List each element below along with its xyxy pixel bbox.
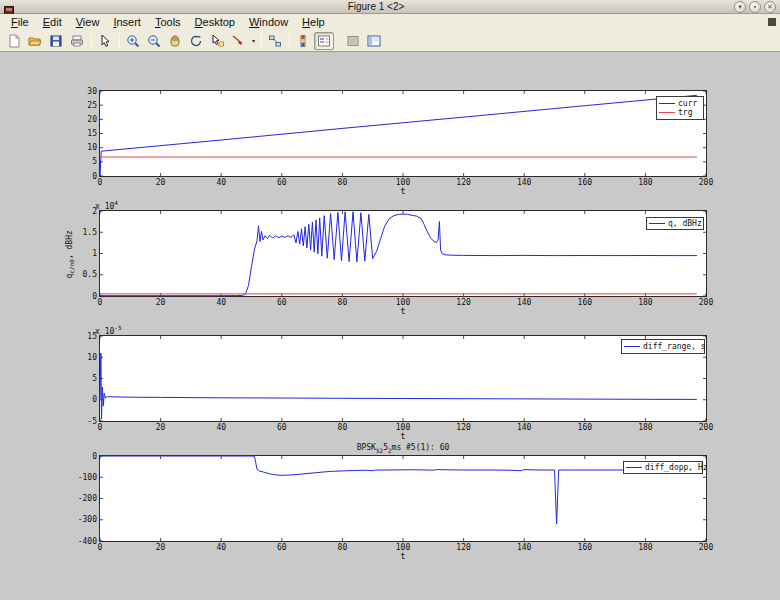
legend-entry: diff_dopp, Hz [626, 463, 700, 472]
y-tick-label: 0.5 [83, 270, 98, 279]
legend-entry: diff_range, s [624, 342, 702, 351]
app-icon [4, 2, 14, 12]
subplot-q-dbhz[interactable]: 02040608010012014016018020000.511.52tx 1… [99, 210, 707, 297]
x-tick-label: 200 [699, 178, 714, 187]
x-tick-label: 120 [456, 423, 471, 432]
insert-legend-icon[interactable] [314, 32, 334, 50]
x-tick-label: 200 [699, 423, 714, 432]
series-curr [100, 95, 697, 176]
x-tick-label: 0 [98, 298, 103, 307]
link-plot-icon[interactable] [265, 32, 285, 50]
legend-line-sample [624, 346, 640, 347]
y-tick-label: -5 [87, 417, 97, 426]
series-q [100, 212, 697, 296]
menu-item-tools[interactable]: Tools [148, 14, 188, 30]
save-figure-icon[interactable] [46, 32, 66, 50]
legend-line-sample [659, 112, 675, 113]
y-tick-label: 10 [87, 143, 97, 152]
menu-item-desktop[interactable]: Desktop [188, 14, 242, 30]
subplot-diff-dopp[interactable]: 020406080100120140160180200-400-300-200-… [99, 455, 707, 542]
legend-box[interactable]: q, dBHz [646, 217, 704, 230]
maximize-button[interactable]: ▪ [749, 1, 761, 13]
brush-dropdown-icon[interactable]: ▾ [249, 32, 258, 50]
toolbar: ▾ [0, 30, 780, 52]
menu-item-view[interactable]: View [69, 14, 107, 30]
x-tick-label: 0 [98, 423, 103, 432]
data-cursor-icon[interactable] [207, 32, 227, 50]
x-tick-label: 20 [156, 543, 166, 552]
x-tick-label: 140 [517, 178, 532, 187]
x-tick-label: 140 [517, 423, 532, 432]
legend-box[interactable]: currtrg [656, 96, 704, 120]
x-tick-label: 180 [638, 423, 653, 432]
x-tick-label: 160 [578, 298, 593, 307]
hide-plot-tools-icon[interactable] [343, 32, 363, 50]
y-tick-label: 0 [92, 395, 97, 404]
y-tick-label: 25 [87, 101, 97, 110]
axes-svg: 020406080100120140160180200-5051015 [100, 336, 706, 421]
y-axis-exponent: x 104 [95, 199, 118, 211]
x-tick-label: 160 [578, 423, 593, 432]
menu-item-file[interactable]: File [4, 14, 36, 30]
legend-label: curr [678, 99, 697, 108]
rotate-3d-icon[interactable] [186, 32, 206, 50]
titlebar[interactable]: Figure 1 <2> ▾ ▪ ✕ [0, 0, 780, 14]
series-diff_range [100, 353, 697, 419]
y-tick-label: 15 [87, 129, 97, 138]
x-tick-label: 200 [699, 298, 714, 307]
figure-window: Figure 1 <2> ▾ ▪ ✕ File Edit View Insert… [0, 0, 780, 600]
x-tick-label: 80 [338, 298, 348, 307]
y-tick-label: 10 [87, 353, 97, 362]
x-tick-label: 100 [396, 178, 411, 187]
menubar-corner-icon [768, 18, 776, 26]
x-tick-label: 80 [338, 543, 348, 552]
x-tick-label: 60 [277, 298, 287, 307]
new-figure-icon[interactable] [4, 32, 24, 50]
legend-entry: trg [659, 108, 701, 117]
y-tick-label: -400 [78, 537, 97, 546]
zoom-out-icon[interactable] [144, 32, 164, 50]
x-axis-label: t [100, 307, 706, 316]
x-tick-label: 40 [216, 178, 226, 187]
x-tick-label: 120 [456, 178, 471, 187]
x-tick-label: 180 [638, 298, 653, 307]
x-tick-label: 180 [638, 543, 653, 552]
x-tick-label: 80 [338, 178, 348, 187]
menu-item-edit[interactable]: Edit [36, 14, 69, 30]
x-tick-label: 140 [517, 543, 532, 552]
legend-line-sample [626, 467, 642, 468]
y-tick-label: -100 [78, 473, 97, 482]
brush-icon[interactable] [228, 32, 248, 50]
insert-colorbar-icon[interactable] [293, 32, 313, 50]
subplot-curr-trg[interactable]: 020406080100120140160180200051015202530t… [99, 90, 707, 177]
y-tick-label: 0 [92, 292, 97, 301]
close-button[interactable]: ✕ [764, 1, 776, 13]
legend-box[interactable]: diff_dopp, Hz [623, 461, 703, 474]
legend-line-sample [649, 223, 665, 224]
pan-icon[interactable] [165, 32, 185, 50]
edit-plot-icon[interactable] [95, 32, 115, 50]
print-figure-icon[interactable] [67, 32, 87, 50]
x-tick-label: 60 [277, 178, 287, 187]
legend-label: trg [678, 108, 692, 117]
subplot-title: BPSK5252ms #5(1): 60 [100, 443, 706, 454]
x-tick-label: 140 [517, 298, 532, 307]
menu-item-window[interactable]: Window [242, 14, 295, 30]
x-tick-label: 40 [216, 423, 226, 432]
y-tick-label: 1.5 [83, 228, 98, 237]
x-tick-label: 100 [396, 423, 411, 432]
x-tick-label: 60 [277, 543, 287, 552]
menu-item-help[interactable]: Help [295, 14, 332, 30]
open-file-icon[interactable] [25, 32, 45, 50]
show-plot-tools-icon[interactable] [364, 32, 384, 50]
y-axis-label: qc/n0, dBHz [65, 194, 76, 314]
legend-entry: curr [659, 99, 701, 108]
minimize-button[interactable]: ▾ [734, 1, 746, 13]
zoom-in-icon[interactable] [123, 32, 143, 50]
x-tick-label: 160 [578, 178, 593, 187]
y-tick-label: 30 [87, 87, 97, 96]
menu-item-insert[interactable]: Insert [106, 14, 148, 30]
y-tick-label: 20 [87, 115, 97, 124]
legend-box[interactable]: diff_range, s [621, 339, 705, 354]
subplot-diff-range[interactable]: 020406080100120140160180200-5051015tx 10… [99, 335, 707, 422]
